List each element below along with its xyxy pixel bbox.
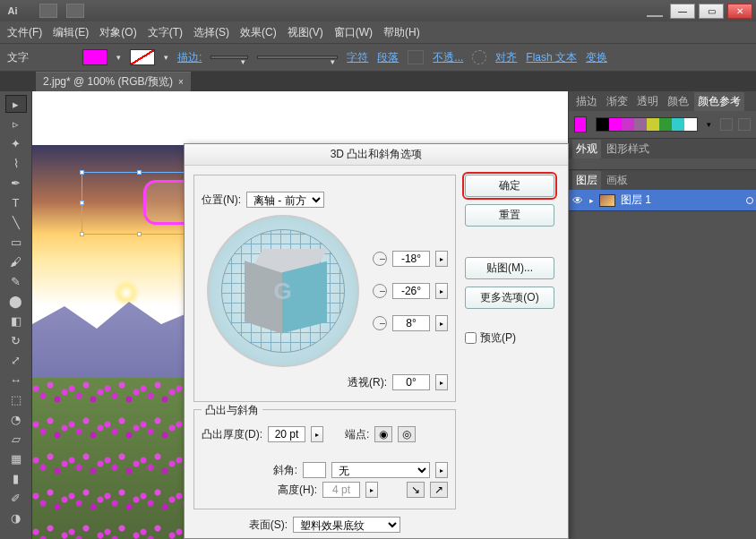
menu-object[interactable]: 对象(O) <box>99 25 136 40</box>
search-icon[interactable] <box>647 4 663 17</box>
z-spin[interactable]: ▸ <box>435 315 448 331</box>
stroke-weight-dropdown[interactable] <box>210 56 248 59</box>
perspective-spin[interactable]: ▸ <box>435 374 448 390</box>
depth-input[interactable] <box>268 426 305 442</box>
stroke-profile-dropdown[interactable] <box>257 56 338 59</box>
expand-icon[interactable]: ▸ <box>589 196 594 205</box>
fill-dropdown-icon[interactable]: ▾ <box>116 53 121 62</box>
paragraph-options-icon[interactable] <box>408 50 424 64</box>
reset-button[interactable]: 重置 <box>465 204 554 227</box>
stroke-dropdown-icon[interactable]: ▾ <box>164 53 168 62</box>
perspective-input[interactable] <box>392 374 430 390</box>
menu-help[interactable]: 帮助(H) <box>383 25 420 40</box>
harmony-swatch[interactable] <box>597 118 609 131</box>
mesh-tool[interactable]: ▦ <box>5 449 27 467</box>
scale-tool[interactable]: ⤢ <box>5 351 27 369</box>
paintbrush-tool[interactable]: 🖌 <box>5 252 27 270</box>
handle-w[interactable] <box>80 201 84 205</box>
fill-swatch[interactable] <box>82 49 107 65</box>
minimize-button[interactable]: — <box>670 4 695 19</box>
handle-sw[interactable] <box>80 232 84 236</box>
document-tab[interactable]: 2.jpg* @ 100% (RGB/预览) × <box>36 72 191 91</box>
align-link[interactable]: 对齐 <box>495 50 517 65</box>
handle-s[interactable] <box>137 232 142 236</box>
tab-layers[interactable]: 图层 <box>572 171 601 190</box>
harmony-swatch[interactable] <box>609 118 622 131</box>
arrange-icon[interactable] <box>66 4 84 18</box>
rotate-tool[interactable]: ↻ <box>5 331 27 349</box>
paragraph-link[interactable]: 段落 <box>377 50 399 65</box>
target-icon[interactable] <box>746 197 753 204</box>
direct-selection-tool[interactable]: ▹ <box>5 115 27 133</box>
blob-brush-tool[interactable]: ⬤ <box>5 292 27 310</box>
x-spin[interactable]: ▸ <box>435 251 448 267</box>
eyedropper-tool[interactable]: ✐ <box>5 489 27 507</box>
perspective-tool[interactable]: ▱ <box>5 430 27 448</box>
harmony-swatch[interactable] <box>672 118 684 131</box>
cap-off-button[interactable]: ◎ <box>398 426 416 442</box>
blend-tool[interactable]: ◑ <box>5 509 27 526</box>
magic-wand-tool[interactable]: ✦ <box>5 134 27 152</box>
menu-edit[interactable]: 编辑(E) <box>53 25 89 40</box>
z-angle-input[interactable] <box>392 315 430 331</box>
tab-graphic-styles[interactable]: 图形样式 <box>603 140 653 158</box>
maximize-button[interactable]: ▭ <box>699 4 724 19</box>
gradient-tool[interactable]: ▮ <box>5 469 27 487</box>
tab-color[interactable]: 颜色 <box>664 92 692 111</box>
bevel-out-button[interactable]: ↗ <box>430 482 448 498</box>
rectangle-tool[interactable]: ▭ <box>5 233 27 251</box>
tab-transparency[interactable]: 透明 <box>633 92 662 111</box>
pen-tool[interactable]: ✒ <box>5 174 27 192</box>
handle-nw[interactable] <box>80 170 84 175</box>
tab-appearance[interactable]: 外观 <box>572 140 601 158</box>
harmony-swatches[interactable] <box>596 117 698 132</box>
rotation-preview[interactable]: G <box>207 215 359 367</box>
harmony-swatch[interactable] <box>634 118 647 131</box>
tab-gradient[interactable]: 渐变 <box>603 92 631 111</box>
menu-effect[interactable]: 效果(C) <box>240 25 277 40</box>
pencil-tool[interactable]: ✎ <box>5 272 27 290</box>
preview-checkbox[interactable] <box>465 332 477 344</box>
ok-button[interactable]: 确定 <box>465 175 554 197</box>
selection-tool[interactable]: ▸ <box>5 95 27 113</box>
more-options-button[interactable]: 更多选项(O) <box>465 287 554 309</box>
tab-color-guide[interactable]: 颜色参考 <box>694 92 744 111</box>
stroke-link[interactable]: 描边: <box>177 50 202 65</box>
menu-view[interactable]: 视图(V) <box>288 25 323 40</box>
bridge-icon[interactable] <box>39 4 57 18</box>
layer-name[interactable]: 图层 1 <box>621 192 651 208</box>
handle-n[interactable] <box>137 170 142 175</box>
recolor-icon[interactable] <box>472 50 486 64</box>
character-link[interactable]: 字符 <box>347 50 368 65</box>
x-angle-input[interactable] <box>392 251 430 267</box>
flash-text-link[interactable]: Flash 文本 <box>526 50 577 65</box>
tab-stroke[interactable]: 描边 <box>572 92 601 111</box>
surface-select[interactable]: 塑料效果底纹 <box>293 517 400 533</box>
harmony-swatch[interactable] <box>647 118 659 131</box>
lasso-tool[interactable]: ⌇ <box>5 154 27 172</box>
shape-builder-tool[interactable]: ◔ <box>5 410 27 428</box>
map-art-button[interactable]: 贴图(M)... <box>465 257 554 279</box>
harmony-swatch[interactable] <box>659 118 672 131</box>
visibility-icon[interactable]: 👁 <box>571 194 584 207</box>
opacity-link[interactable]: 不透... <box>433 50 463 65</box>
width-tool[interactable]: ↔ <box>5 371 27 389</box>
tab-artboards[interactable]: 画板 <box>603 171 631 190</box>
depth-spin[interactable]: ▸ <box>311 426 323 442</box>
line-tool[interactable]: ╲ <box>5 213 27 231</box>
menu-file[interactable]: 文件(F) <box>7 25 42 40</box>
harmony-swatch[interactable] <box>622 118 634 131</box>
limit-colors-icon[interactable] <box>720 118 733 131</box>
menu-type[interactable]: 文字(T) <box>148 25 183 40</box>
menu-window[interactable]: 窗口(W) <box>334 25 373 40</box>
stroke-swatch[interactable] <box>130 49 155 65</box>
bevel-in-button[interactable]: ↘ <box>407 482 425 498</box>
height-spin[interactable]: ▸ <box>365 482 378 498</box>
save-group-icon[interactable] <box>738 118 751 131</box>
menu-select[interactable]: 选择(S) <box>193 25 229 40</box>
eraser-tool[interactable]: ◧ <box>5 312 27 329</box>
document-tab-close-icon[interactable]: × <box>178 77 184 87</box>
transform-link[interactable]: 变换 <box>586 50 607 65</box>
y-spin[interactable]: ▸ <box>435 283 448 299</box>
cap-on-button[interactable]: ◉ <box>374 426 392 442</box>
